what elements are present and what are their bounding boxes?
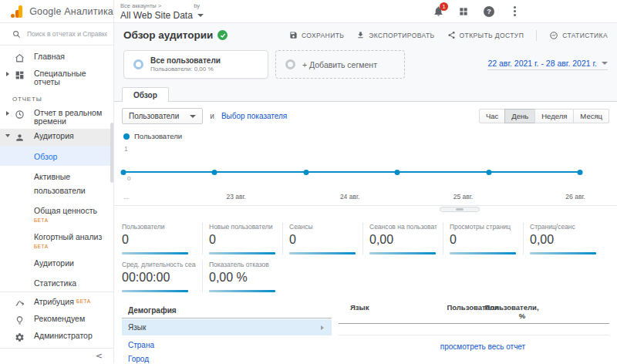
granularity-month-button[interactable]: Месяц: [573, 109, 609, 123]
sparkline: [530, 252, 596, 254]
sidebar-item-active-users[interactable]: Активные пользователи: [0, 166, 113, 200]
metric-card-sessions[interactable]: Сеансы 0: [282, 223, 362, 254]
attribution-icon: [13, 298, 25, 308]
page-title: Обзор аудитории: [123, 29, 228, 41]
data-point: [212, 170, 217, 175]
chevron-down-icon: [190, 115, 196, 118]
topbar: Google Аналитика Все аккаунты > by All W…: [0, 0, 617, 23]
beta-badge: БЕТА: [76, 298, 91, 304]
sidebar-item-audiences[interactable]: Аудитории: [0, 252, 113, 272]
granularity-day-button[interactable]: День: [504, 109, 535, 123]
metric-card-new-users[interactable]: Новые пользователи 0: [202, 223, 282, 254]
metric-card-pages-per-session[interactable]: Страниц/сеанс 0,00: [523, 223, 603, 254]
brand-name: Google Аналитика: [29, 6, 113, 17]
notifications-bell-icon[interactable]: 1: [432, 5, 444, 18]
toolbar-divider: [536, 30, 537, 41]
chart-scrollbar[interactable]: [440, 207, 480, 212]
segment-donut-icon: [285, 59, 295, 69]
granularity-hour-button[interactable]: Час: [479, 109, 505, 123]
granularity-week-button[interactable]: Неделя: [534, 109, 574, 123]
apps-grid-icon[interactable]: [457, 5, 470, 18]
dimension-link-country[interactable]: Страна: [122, 335, 332, 349]
timeseries-chart: 1 0 ... 23 авг. 24 авг. 25 авг.: [122, 143, 609, 211]
insights-button[interactable]: СТАТИСТИКА: [549, 31, 608, 40]
sparkline: [209, 290, 275, 292]
view-full-report-link[interactable]: просмотреть весь отчет: [440, 342, 525, 351]
expand-arrow-icon: [6, 72, 9, 76]
chart-legend: Пользователи: [123, 132, 609, 140]
metrics-row-2: Сред. длительность сеанса 00:00:00 Показ…: [122, 261, 609, 292]
data-point: [121, 170, 126, 175]
bottom-panels: Демография Язык Страна Город Система Язы…: [122, 303, 609, 363]
sidebar-nav: Главная Специальные отчеты ОТЧЕТЫ Отчет …: [0, 46, 113, 292]
tab-overview[interactable]: Обзор: [122, 87, 169, 102]
language-table: Язык Пользователи Пользователи, % просмо…: [339, 303, 609, 363]
y-axis-tick: 0: [127, 175, 130, 182]
gear-icon: [13, 332, 25, 342]
sidebar-item-realtime[interactable]: Отчет в реальном времени: [0, 106, 113, 129]
date-range-picker[interactable]: 22 авг. 2021 г. - 28 авг. 2021 г.: [487, 59, 608, 70]
dimension-link-city[interactable]: Город: [122, 349, 332, 363]
language-table-header: Язык Пользователи Пользователи, %: [339, 303, 609, 324]
segment-all-users[interactable]: Все пользователи Пользователи: 0,00 %: [123, 50, 268, 79]
demographics-header: Демография: [122, 303, 332, 318]
custom-reports-icon: [13, 69, 25, 80]
dimension-row-language[interactable]: Язык: [122, 319, 332, 335]
sidebar-item-discover[interactable]: Рекомендуем: [0, 312, 113, 329]
share-button[interactable]: ОТКРЫТЬ ДОСТУП: [447, 31, 524, 39]
chart-line: [123, 171, 580, 173]
search-bar[interactable]: [0, 23, 113, 46]
sidebar-collapse[interactable]: <: [0, 348, 113, 363]
sidebar-item-user-explorer[interactable]: Статистика пользователей: [0, 272, 113, 292]
toolbar: СОХРАНИТЬ ЭКСПОРТИРОВАТЬ ОТКРЫТЬ ДОСТУП: [289, 30, 608, 41]
granularity-buttons: Час День Неделя Месяц: [479, 109, 609, 123]
sparkline: [289, 252, 356, 254]
insights-icon: [549, 31, 558, 40]
conjunction-label: и: [210, 112, 214, 120]
metric-card-avg-session-duration[interactable]: Сред. длительность сеанса 00:00:00: [122, 261, 202, 292]
sparkline: [122, 290, 188, 292]
sidebar-scrollbar[interactable]: [110, 123, 113, 183]
download-icon: [356, 31, 365, 39]
metric-card-bounce-rate[interactable]: Показатель отказов 0,00 %: [202, 261, 282, 292]
verified-check-icon: [217, 30, 228, 40]
sidebar-item-attribution[interactable]: Атрибуция БЕТА: [0, 295, 113, 312]
more-menu-icon[interactable]: [508, 5, 521, 18]
topbar-icons: 1 ?: [432, 0, 617, 22]
sidebar: Главная Специальные отчеты ОТЧЕТЫ Отчет …: [0, 23, 114, 363]
person-icon: [13, 132, 25, 143]
sidebar-item-lifetime-value[interactable]: Общая ценностьБЕТА: [0, 200, 113, 226]
property-selector[interactable]: All Web Site Data: [120, 10, 432, 21]
add-segment-button[interactable]: + Добавить сегмент: [275, 50, 405, 79]
collapse-arrow-icon: [5, 134, 10, 137]
sidebar-item-home[interactable]: Главная: [0, 49, 113, 66]
breadcrumb-root[interactable]: Все аккаунты >: [120, 2, 161, 9]
sidebar-item-overview[interactable]: Обзор: [0, 146, 113, 166]
metric-card-pageviews[interactable]: Просмотры страниц 0: [443, 223, 523, 254]
save-button[interactable]: СОХРАНИТЬ: [289, 31, 344, 39]
select-metric-link[interactable]: Выбор показателя: [221, 112, 287, 120]
search-input[interactable]: [27, 30, 107, 38]
home-icon: [13, 52, 25, 63]
ga-app: Google Аналитика Все аккаунты > by All W…: [0, 0, 617, 364]
chevron-down-icon: [602, 62, 608, 65]
metric-select[interactable]: Пользователи: [122, 108, 203, 124]
breadcrumb: Все аккаунты > by All Web Site Data: [114, 0, 432, 22]
y-axis-tick: 1: [124, 145, 128, 153]
metric-card-users[interactable]: Пользователи 0: [122, 223, 202, 254]
sidebar-item-custom-reports[interactable]: Специальные отчеты: [0, 66, 113, 89]
beta-badge: БЕТА: [34, 244, 107, 249]
sidebar-item-audience[interactable]: Аудитория: [0, 129, 113, 146]
sidebar-section-reports: ОТЧЕТЫ: [0, 89, 113, 106]
export-button[interactable]: ЭКСПОРТИРОВАТЬ: [356, 31, 434, 39]
sidebar-item-cohort-analysis[interactable]: Когортный анализБЕТА: [0, 226, 113, 252]
clock-icon: [13, 109, 25, 120]
help-icon[interactable]: ?: [483, 5, 495, 18]
property-name: All Web Site Data: [120, 10, 193, 21]
chevron-down-icon: [197, 14, 204, 17]
ga-logo[interactable]: Google Аналитика: [0, 0, 114, 22]
metric-card-sessions-per-user[interactable]: Сеансов на пользователя 0,00: [362, 223, 443, 254]
notification-badge: 1: [440, 2, 448, 11]
sidebar-item-admin[interactable]: Администратор: [0, 329, 113, 345]
save-icon: [289, 31, 298, 39]
